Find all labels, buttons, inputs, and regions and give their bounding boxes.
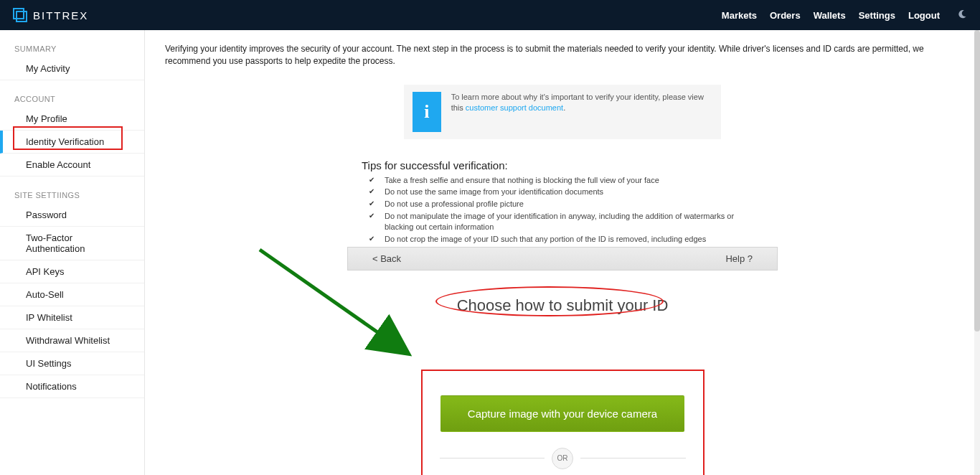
nav-settings[interactable]: Settings bbox=[859, 10, 895, 21]
tip-item: Do not use the same image from your iden… bbox=[377, 186, 763, 198]
main-content: Verifying your identity improves the sec… bbox=[145, 30, 980, 475]
or-line-right bbox=[580, 458, 686, 458]
help-button[interactable]: Help ? bbox=[725, 253, 753, 264]
sidebar-item-notifications[interactable]: Notifications bbox=[0, 375, 144, 398]
or-label: OR bbox=[552, 448, 573, 469]
or-separator: OR bbox=[440, 448, 686, 469]
theme-toggle-moon-icon[interactable] bbox=[957, 9, 967, 22]
sidebar-item-ip-whitelist[interactable]: IP Whitelist bbox=[0, 306, 144, 329]
sidebar-section-summary: SUMMARY bbox=[0, 40, 144, 57]
nav-logout[interactable]: Logout bbox=[908, 10, 940, 21]
brand[interactable]: BITTREX bbox=[13, 8, 88, 22]
sidebar-item-enable-account[interactable]: Enable Account bbox=[0, 154, 144, 177]
nav-markets[interactable]: Markets bbox=[722, 10, 757, 21]
tip-item: Do not use a professional profile pictur… bbox=[377, 198, 763, 210]
sidebar-item-my-profile[interactable]: My Profile bbox=[0, 108, 144, 131]
tip-item: Do not crop the image of your ID such th… bbox=[377, 233, 763, 245]
intro-text: Verifying your identity improves the sec… bbox=[165, 43, 960, 67]
sidebar-item-two-factor[interactable]: Two-Factor Authentication bbox=[0, 227, 144, 260]
info-suffix: . bbox=[563, 103, 565, 112]
page: SUMMARY My Activity ACCOUNT My Profile I… bbox=[0, 30, 980, 475]
sidebar-item-my-activity[interactable]: My Activity bbox=[0, 57, 144, 80]
brand-name: BITTREX bbox=[33, 9, 88, 22]
or-line-left bbox=[440, 458, 545, 458]
svg-rect-0 bbox=[14, 9, 24, 19]
nav-orders[interactable]: Orders bbox=[770, 10, 801, 21]
info-link[interactable]: customer support document bbox=[466, 103, 563, 112]
tip-item: Take a fresh selfie and ensure that noth… bbox=[377, 174, 763, 187]
svg-rect-1 bbox=[17, 11, 27, 22]
sidebar-item-identity-verification[interactable]: Identity Verification bbox=[0, 131, 144, 154]
nav-links: Markets Orders Wallets Settings Logout bbox=[722, 9, 967, 22]
sidebar-item-ui-settings[interactable]: UI Settings bbox=[0, 352, 144, 375]
choose-title: Choose how to submit your ID bbox=[457, 296, 669, 315]
tips-block: Tips for successful verification: Take a… bbox=[362, 159, 763, 245]
info-text: To learn more about why it's important t… bbox=[451, 92, 712, 114]
info-box: i To learn more about why it's important… bbox=[404, 85, 721, 139]
back-button[interactable]: < Back bbox=[372, 253, 401, 264]
brand-logo-icon bbox=[13, 8, 27, 22]
sidebar-section-account: ACCOUNT bbox=[0, 90, 144, 108]
submit-methods-box: Capture image with your device camera OR… bbox=[421, 370, 705, 475]
sidebar-item-auto-sell[interactable]: Auto-Sell bbox=[0, 283, 144, 306]
tip-item: Do not manipulate the image of your iden… bbox=[377, 210, 763, 233]
sidebar-section-site-settings: SITE SETTIINGS bbox=[0, 187, 144, 204]
sidebar: SUMMARY My Activity ACCOUNT My Profile I… bbox=[0, 30, 145, 475]
sidebar-item-api-keys[interactable]: API Keys bbox=[0, 260, 144, 283]
sidebar-item-password[interactable]: Password bbox=[0, 204, 144, 227]
info-icon: i bbox=[413, 92, 441, 132]
scrollbar-thumb[interactable] bbox=[974, 30, 980, 331]
capture-image-button[interactable]: Capture image with your device camera bbox=[440, 395, 684, 432]
tips-title: Tips for successful verification: bbox=[362, 159, 763, 171]
nav-wallets[interactable]: Wallets bbox=[814, 10, 846, 21]
wizard-nav-buttons: < Back Help ? bbox=[347, 247, 778, 271]
sidebar-item-withdrawal-whitelist[interactable]: Withdrawal Whitelist bbox=[0, 329, 144, 352]
topbar: BITTREX Markets Orders Wallets Settings … bbox=[0, 0, 980, 30]
